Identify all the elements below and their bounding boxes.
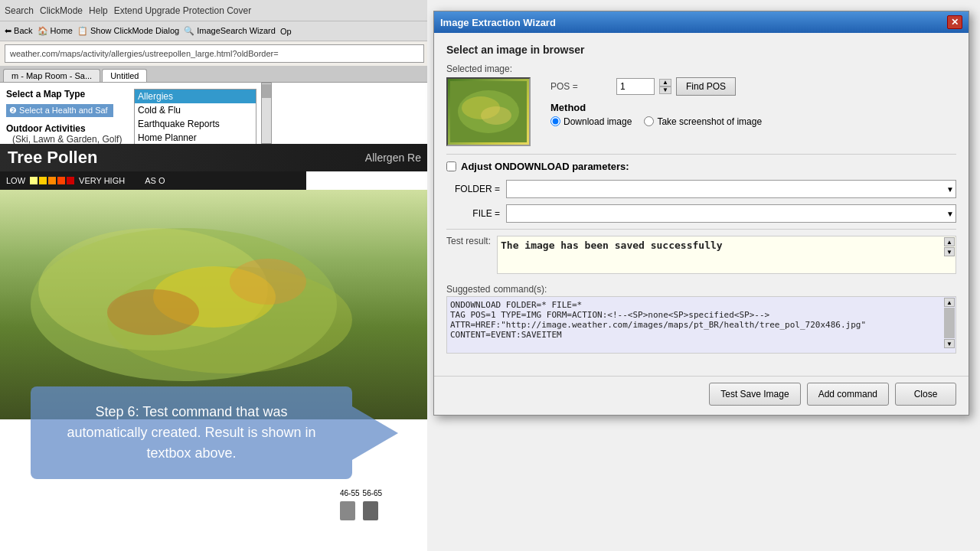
score-icons [340,499,426,522]
method-screenshot-radio[interactable] [644,116,654,126]
show-clickmode-btn[interactable]: 📋 Show ClickMode Dialog [77,26,179,36]
pos-spinner[interactable]: ▲ ▼ [659,79,671,94]
method-screenshot[interactable]: Take screenshot of image [644,116,762,127]
suggested-textarea[interactable] [446,296,956,354]
tooltip-text: Step 6: Test command that was automatica… [67,404,315,461]
toolbar-extend[interactable]: Extend Upgrade Protection Cover [114,5,251,16]
home-btn[interactable]: 🏠 Home [38,26,73,36]
dialog-titlebar: Image Extraction Wizard ✕ [434,11,969,33]
health-listbox[interactable]: Allergies Cold & Flu Earthquake Reports … [134,89,256,150]
scale-low: LOW [6,176,25,185]
scale-box-2 [39,177,47,184]
folder-select[interactable]: ▼ [506,180,956,198]
spin-up[interactable]: ▲ [659,79,671,86]
test-result-row: Test result: ▲ ▼ [446,236,956,276]
dialog-close-button[interactable]: ✕ [947,15,962,29]
us-map-svg [0,190,429,419]
pos-label: POS = [550,81,612,92]
svg-point-9 [481,106,511,125]
close-button[interactable]: Close [895,383,956,406]
separator-1 [446,154,956,155]
address-bar[interactable]: weather.com/maps/activity/allergies/ustr… [5,44,424,63]
score-legend: 46-55 56-65 [337,486,429,525]
dialog-footer: Test Save Image Add command Close [434,376,969,415]
health-item-earthquake[interactable]: Earthquake Reports [135,117,256,131]
toolbar-clickmode[interactable]: ClickMode [40,5,83,16]
selected-image-row: Selected image: POS = [446,64,956,146]
file-row: FILE = ▼ [446,204,956,223]
folder-row: FOLDER = ▼ [446,180,956,198]
pos-group: POS = ▲ ▼ Find POS [550,77,762,96]
test-result-textarea[interactable] [497,236,956,274]
method-group: Download image Take screenshot of image [550,116,762,127]
method-download[interactable]: Download image [550,116,632,127]
pollen-title: Tree Pollen [8,148,97,168]
file-select[interactable]: ▼ [506,204,956,223]
selected-image-label: Selected image: [446,64,531,74]
scale-box-5 [67,177,74,184]
tooltip-overlay: Step 6: Test command that was automatica… [31,386,352,479]
tab-maproom[interactable]: m - Map Room - Sa... [3,69,100,82]
file-dropdown-arrow: ▼ [946,210,954,218]
result-scrollbar[interactable]: ▲ ▼ [944,237,955,256]
suggest-scroll-down[interactable]: ▼ [944,339,955,348]
test-save-button[interactable]: Test Save Image [709,383,800,406]
scale-boxes [30,177,74,184]
add-command-button[interactable]: Add command [807,383,889,406]
test-result-area: Test result: ▲ ▼ [446,236,956,276]
image-extraction-dialog: Image Extraction Wizard ✕ Select an imag… [433,11,969,416]
scale-asof: AS O [145,176,165,185]
command-label: command(s): [493,284,547,295]
svg-point-4 [107,289,199,335]
toolbar-help[interactable]: Help [89,5,108,16]
dialog-body: Select an image in browser Selected imag… [434,33,969,376]
pos-section: POS = ▲ ▼ Find POS Method [550,77,762,133]
health-label-2: ❷ Select a Health and Saf [6,104,113,117]
address-text: weather.com/maps/activity/allergies/ustr… [10,49,279,58]
health-item-homeplanner[interactable]: Home Planner [135,131,256,145]
scale-box-3 [48,177,56,184]
tooltip-arrow [352,406,398,460]
health-item-coldflu[interactable]: Cold & Flu [135,103,256,117]
dialog-title: Image Extraction Wizard [440,17,556,28]
svg-point-5 [230,259,306,305]
pollen-sub: Allergen Re [365,152,421,164]
pos-input[interactable] [616,78,655,95]
suggested-box-container: ▲ ▼ [446,296,956,356]
scroll-up[interactable]: ▲ [944,237,955,246]
suggest-scrollbar[interactable]: ▲ ▼ [944,298,955,348]
folder-dropdown-arrow: ▼ [946,185,954,194]
adjust-checkbox[interactable] [446,161,456,171]
back-btn[interactable]: ⬅ Back [5,26,33,36]
listbox-scrollbar[interactable] [261,83,272,144]
suggested-label: Suggested [446,284,490,295]
adjust-row: Adjust ONDOWNLOAD parameters: [446,161,956,172]
folder-label: FOLDER = [446,184,500,194]
image-preview [446,77,531,146]
browser-toolbar: Search ClickMode Help Extend Upgrade Pro… [0,0,429,21]
suggest-scroll-up[interactable]: ▲ [944,298,955,307]
imagesearch-btn[interactable]: 🔍 ImageSearch Wizard [184,26,276,36]
scrollbar-thumb[interactable] [262,84,271,98]
pollen-header: Tree Pollen Allergen Re [0,144,429,171]
toolbar-search[interactable]: Search [5,5,34,16]
test-result-container: ▲ ▼ [497,236,956,276]
method-label: Method [550,102,762,113]
tab-untitled[interactable]: Untitled [102,69,147,82]
suggested-area: Suggested command(s): ▲ ▼ [446,284,956,356]
op-btn[interactable]: Op [280,27,292,36]
separator-2 [446,229,956,230]
browser-tabs: m - Map Room - Sa... Untitled [0,66,429,83]
preview-svg [450,81,527,142]
scale-box-4 [57,177,65,184]
spin-down[interactable]: ▼ [659,86,671,94]
map-type-label: Select a Map Type [6,89,132,99]
suggested-header: Suggested command(s): [446,284,956,295]
image-preview-section: Selected image: [446,64,531,146]
find-pos-button[interactable]: Find POS [676,77,736,96]
method-download-label: Download image [564,116,632,127]
scroll-down[interactable]: ▼ [944,247,955,256]
section-title: Select an image in browser [446,44,956,56]
health-item-allergies[interactable]: Allergies [135,90,256,103]
method-download-radio[interactable] [550,116,560,126]
